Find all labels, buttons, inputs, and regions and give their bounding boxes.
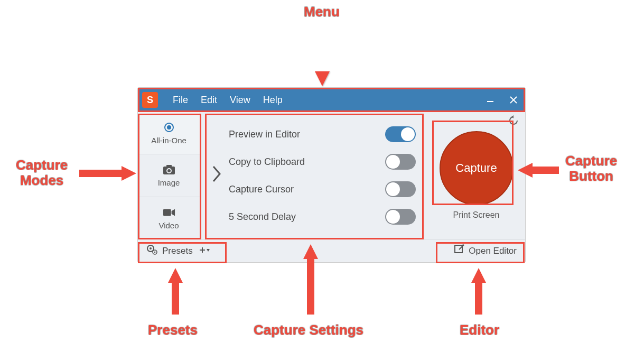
setting-capture-cursor: Capture Cursor [229, 181, 416, 197]
reset-icon[interactable] [508, 115, 519, 128]
app-logo: S [142, 92, 158, 108]
minimize-button[interactable] [479, 88, 502, 112]
setting-preview-in-editor: Preview in Editor [229, 126, 416, 142]
mode-video[interactable]: Video [138, 197, 200, 239]
open-editor-label: Open Editor [469, 246, 517, 256]
menu-file[interactable]: File [167, 93, 193, 108]
arrow-presets [165, 267, 186, 320]
setting-label: Preview in Editor [229, 129, 300, 140]
setting-copy-to-clipboard: Copy to Clipboard [229, 154, 416, 170]
capture-button-label: Capture [455, 161, 497, 175]
svg-point-15 [154, 252, 156, 253]
window-controls [479, 88, 525, 112]
mode-image[interactable]: Image [138, 154, 200, 197]
capture-modes-panel: All-in-One Image Video [138, 112, 200, 239]
menu-edit[interactable]: Edit [195, 93, 222, 108]
toggle-capture-cursor[interactable] [385, 181, 416, 197]
camera-icon [163, 163, 175, 176]
setting-label: Copy to Clipboard [229, 156, 305, 168]
svg-marker-18 [207, 249, 210, 252]
toggle-5-second-delay[interactable] [385, 209, 416, 225]
edit-icon [454, 244, 464, 257]
setting-label: 5 Second Delay [229, 211, 296, 223]
svg-point-4 [167, 125, 171, 130]
mode-label: Image [158, 178, 180, 187]
svg-marker-23 [315, 71, 330, 86]
svg-point-8 [167, 169, 171, 172]
svg-rect-9 [163, 209, 171, 216]
hotkey-label: Print Screen [453, 210, 499, 220]
svg-point-13 [150, 247, 152, 250]
callout-capture-modes: Capture Modes [16, 158, 68, 188]
capture-button[interactable]: Capture [440, 131, 514, 205]
menu-items: File Edit View Help [167, 93, 288, 108]
svg-rect-19 [455, 245, 462, 253]
capture-area: Capture Print Screen [427, 112, 525, 239]
svg-marker-29 [168, 268, 183, 283]
toggle-preview-in-editor[interactable] [385, 126, 416, 142]
app-window: S File Edit View Help All-in-One [137, 87, 526, 263]
svg-marker-33 [471, 268, 486, 283]
close-icon [509, 95, 518, 105]
mode-label: Video [158, 221, 179, 230]
callout-presets: Presets [148, 322, 198, 338]
arrow-menu [312, 24, 333, 87]
menu-help[interactable]: Help [258, 93, 288, 108]
video-icon [163, 206, 175, 219]
target-icon [163, 121, 175, 134]
close-button[interactable] [502, 88, 525, 112]
add-preset-button[interactable] [199, 245, 211, 256]
svg-marker-10 [171, 209, 174, 216]
setting-5-second-delay: 5 Second Delay [229, 209, 416, 225]
callout-menu: Menu [304, 4, 340, 20]
svg-marker-25 [122, 166, 136, 181]
menu-view[interactable]: View [225, 93, 256, 108]
callout-editor: Editor [460, 322, 499, 338]
open-editor-button[interactable]: Open Editor [451, 242, 520, 260]
chevron-right-icon[interactable] [206, 165, 225, 187]
presets-label: Presets [162, 246, 193, 256]
capture-settings-panel: Preview in Editor Copy to Clipboard Capt… [200, 112, 427, 239]
gears-icon [146, 244, 158, 257]
setting-label: Capture Cursor [229, 184, 294, 195]
svg-marker-11 [511, 115, 514, 118]
toggle-copy-to-clipboard[interactable] [385, 154, 416, 170]
minimize-icon [486, 95, 495, 105]
app-body: All-in-One Image Video Pre [138, 112, 525, 239]
arrow-capture-modes [74, 163, 137, 184]
mode-all-in-one[interactable]: All-in-One [138, 112, 200, 154]
arrow-editor [468, 267, 489, 320]
presets-button[interactable]: Presets [143, 242, 214, 260]
svg-rect-6 [166, 165, 172, 168]
callout-capture-button: Capture Button [565, 153, 617, 183]
menubar: S File Edit View Help [138, 88, 525, 112]
app-footer: Presets Open Editor [138, 239, 525, 262]
callout-capture-settings: Capture Settings [254, 322, 363, 338]
settings-list: Preview in Editor Copy to Clipboard Capt… [225, 126, 416, 225]
mode-label: All-in-One [151, 136, 186, 145]
